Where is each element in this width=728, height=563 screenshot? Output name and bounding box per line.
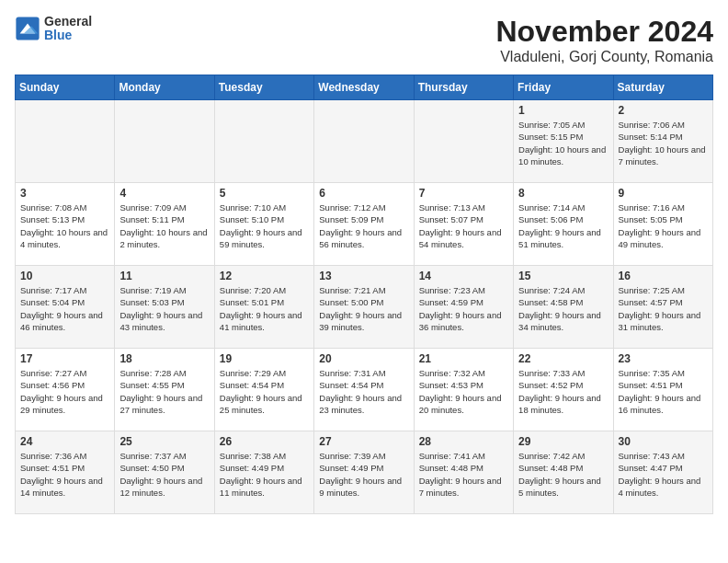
calendar-cell: 20Sunrise: 7:31 AM Sunset: 4:54 PM Dayli… (314, 349, 414, 431)
calendar-cell: 17Sunrise: 7:27 AM Sunset: 4:56 PM Dayli… (16, 349, 115, 431)
day-header-sunday: Sunday (16, 75, 115, 100)
day-info: Sunrise: 7:38 AM Sunset: 4:49 PM Dayligh… (220, 450, 309, 499)
day-info: Sunrise: 7:35 AM Sunset: 4:51 PM Dayligh… (619, 367, 708, 416)
calendar-cell: 10Sunrise: 7:17 AM Sunset: 5:04 PM Dayli… (16, 266, 115, 349)
calendar-week-1: 1Sunrise: 7:05 AM Sunset: 5:15 PM Daylig… (16, 100, 713, 183)
day-number: 7 (419, 187, 508, 200)
day-info: Sunrise: 7:43 AM Sunset: 4:47 PM Dayligh… (619, 450, 708, 499)
day-info: Sunrise: 7:14 AM Sunset: 5:06 PM Dayligh… (518, 201, 608, 250)
day-number: 26 (220, 435, 309, 448)
logo-icon (15, 16, 40, 41)
calendar-cell: 24Sunrise: 7:36 AM Sunset: 4:51 PM Dayli… (16, 431, 115, 514)
day-number: 8 (518, 187, 608, 200)
calendar-cell (115, 100, 214, 183)
day-number: 28 (419, 435, 508, 448)
day-number: 25 (119, 435, 209, 448)
day-info: Sunrise: 7:33 AM Sunset: 4:52 PM Dayligh… (518, 367, 608, 416)
day-number: 5 (220, 187, 309, 200)
day-number: 10 (20, 270, 109, 282)
calendar-cell: 5Sunrise: 7:10 AM Sunset: 5:10 PM Daylig… (214, 183, 313, 266)
day-info: Sunrise: 7:23 AM Sunset: 4:59 PM Dayligh… (419, 284, 508, 333)
day-info: Sunrise: 7:36 AM Sunset: 4:51 PM Dayligh… (20, 450, 109, 499)
day-info: Sunrise: 7:42 AM Sunset: 4:48 PM Dayligh… (518, 450, 608, 499)
day-info: Sunrise: 7:31 AM Sunset: 4:54 PM Dayligh… (319, 367, 408, 416)
day-info: Sunrise: 7:12 AM Sunset: 5:09 PM Dayligh… (319, 201, 408, 250)
day-number: 23 (619, 352, 708, 365)
day-info: Sunrise: 7:28 AM Sunset: 4:55 PM Dayligh… (119, 367, 209, 416)
calendar-cell (414, 100, 513, 183)
calendar-cell: 19Sunrise: 7:29 AM Sunset: 4:54 PM Dayli… (214, 349, 313, 431)
day-number: 24 (20, 435, 109, 448)
calendar-cell: 27Sunrise: 7:39 AM Sunset: 4:49 PM Dayli… (314, 431, 414, 514)
day-info: Sunrise: 7:39 AM Sunset: 4:49 PM Dayligh… (319, 450, 408, 499)
calendar-cell: 23Sunrise: 7:35 AM Sunset: 4:51 PM Dayli… (613, 349, 712, 431)
calendar-cell: 6Sunrise: 7:12 AM Sunset: 5:09 PM Daylig… (314, 183, 414, 266)
day-header-monday: Monday (115, 75, 214, 100)
calendar-cell: 9Sunrise: 7:16 AM Sunset: 5:05 PM Daylig… (613, 183, 712, 266)
calendar-cell: 30Sunrise: 7:43 AM Sunset: 4:47 PM Dayli… (613, 431, 712, 514)
day-number: 2 (619, 104, 708, 117)
calendar-cell: 15Sunrise: 7:24 AM Sunset: 4:58 PM Dayli… (514, 266, 613, 349)
calendar-cell: 14Sunrise: 7:23 AM Sunset: 4:59 PM Dayli… (414, 266, 513, 349)
day-number: 9 (619, 187, 708, 200)
day-info: Sunrise: 7:19 AM Sunset: 5:03 PM Dayligh… (119, 284, 209, 333)
day-info: Sunrise: 7:09 AM Sunset: 5:11 PM Dayligh… (119, 201, 209, 250)
day-info: Sunrise: 7:08 AM Sunset: 5:13 PM Dayligh… (20, 201, 109, 250)
day-number: 19 (220, 352, 309, 365)
calendar-cell (214, 100, 313, 183)
day-number: 14 (419, 270, 508, 282)
calendar-subtitle: Vladuleni, Gorj County, Romania (495, 49, 713, 65)
day-info: Sunrise: 7:27 AM Sunset: 4:56 PM Dayligh… (20, 367, 109, 416)
day-info: Sunrise: 7:16 AM Sunset: 5:05 PM Dayligh… (619, 201, 708, 250)
day-info: Sunrise: 7:20 AM Sunset: 5:01 PM Dayligh… (220, 284, 309, 333)
calendar-cell: 2Sunrise: 7:06 AM Sunset: 5:14 PM Daylig… (613, 100, 712, 183)
calendar-header-row: SundayMondayTuesdayWednesdayThursdayFrid… (16, 75, 713, 100)
day-number: 30 (619, 435, 708, 448)
calendar-week-3: 10Sunrise: 7:17 AM Sunset: 5:04 PM Dayli… (16, 266, 713, 349)
logo: General Blue (15, 15, 92, 43)
calendar-cell: 12Sunrise: 7:20 AM Sunset: 5:01 PM Dayli… (214, 266, 313, 349)
day-number: 21 (419, 352, 508, 365)
calendar-cell: 26Sunrise: 7:38 AM Sunset: 4:49 PM Dayli… (214, 431, 313, 514)
day-header-friday: Friday (514, 75, 613, 100)
calendar-cell: 21Sunrise: 7:32 AM Sunset: 4:53 PM Dayli… (414, 349, 513, 431)
day-header-wednesday: Wednesday (314, 75, 414, 100)
day-info: Sunrise: 7:10 AM Sunset: 5:10 PM Dayligh… (220, 201, 309, 250)
day-header-tuesday: Tuesday (214, 75, 313, 100)
day-number: 20 (319, 352, 408, 365)
page-header: General Blue November 2024 Vladuleni, Go… (15, 15, 713, 65)
logo-text: General Blue (44, 15, 92, 43)
calendar-cell (314, 100, 414, 183)
day-info: Sunrise: 7:37 AM Sunset: 4:50 PM Dayligh… (119, 450, 209, 499)
calendar-table: SundayMondayTuesdayWednesdayThursdayFrid… (15, 75, 713, 514)
day-info: Sunrise: 7:17 AM Sunset: 5:04 PM Dayligh… (20, 284, 109, 333)
day-header-thursday: Thursday (414, 75, 513, 100)
calendar-cell: 1Sunrise: 7:05 AM Sunset: 5:15 PM Daylig… (514, 100, 613, 183)
day-number: 13 (319, 270, 408, 282)
day-info: Sunrise: 7:29 AM Sunset: 4:54 PM Dayligh… (220, 367, 309, 416)
calendar-cell: 11Sunrise: 7:19 AM Sunset: 5:03 PM Dayli… (115, 266, 214, 349)
day-info: Sunrise: 7:32 AM Sunset: 4:53 PM Dayligh… (419, 367, 508, 416)
day-info: Sunrise: 7:21 AM Sunset: 5:00 PM Dayligh… (319, 284, 408, 333)
day-number: 17 (20, 352, 109, 365)
calendar-cell: 13Sunrise: 7:21 AM Sunset: 5:00 PM Dayli… (314, 266, 414, 349)
calendar-cell: 22Sunrise: 7:33 AM Sunset: 4:52 PM Dayli… (514, 349, 613, 431)
day-header-saturday: Saturday (613, 75, 712, 100)
logo-general: General (44, 15, 92, 29)
day-info: Sunrise: 7:41 AM Sunset: 4:48 PM Dayligh… (419, 450, 508, 499)
day-info: Sunrise: 7:06 AM Sunset: 5:14 PM Dayligh… (619, 119, 708, 167)
calendar-title: November 2024 (495, 15, 713, 49)
day-number: 12 (220, 270, 309, 282)
calendar-cell: 16Sunrise: 7:25 AM Sunset: 4:57 PM Dayli… (613, 266, 712, 349)
day-number: 11 (119, 270, 209, 282)
calendar-cell: 8Sunrise: 7:14 AM Sunset: 5:06 PM Daylig… (514, 183, 613, 266)
day-number: 16 (619, 270, 708, 282)
day-info: Sunrise: 7:25 AM Sunset: 4:57 PM Dayligh… (619, 284, 708, 333)
day-number: 4 (119, 187, 209, 200)
day-number: 29 (518, 435, 608, 448)
day-info: Sunrise: 7:13 AM Sunset: 5:07 PM Dayligh… (419, 201, 508, 250)
calendar-week-2: 3Sunrise: 7:08 AM Sunset: 5:13 PM Daylig… (16, 183, 713, 266)
calendar-cell: 3Sunrise: 7:08 AM Sunset: 5:13 PM Daylig… (16, 183, 115, 266)
calendar-cell: 4Sunrise: 7:09 AM Sunset: 5:11 PM Daylig… (115, 183, 214, 266)
calendar-cell: 25Sunrise: 7:37 AM Sunset: 4:50 PM Dayli… (115, 431, 214, 514)
